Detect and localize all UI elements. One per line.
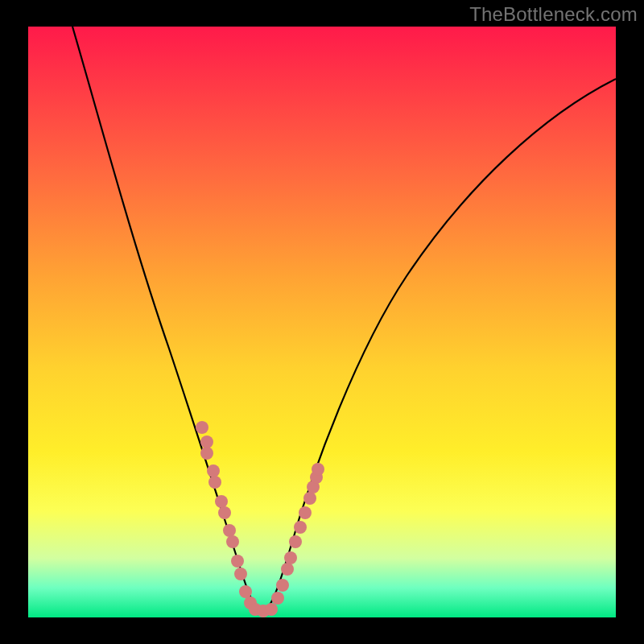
svg-point-21 bbox=[294, 521, 307, 534]
svg-point-26 bbox=[312, 463, 324, 476]
svg-point-7 bbox=[223, 524, 236, 537]
svg-point-15 bbox=[265, 603, 278, 616]
chart-plot-area bbox=[28, 27, 616, 617]
svg-point-9 bbox=[231, 555, 244, 568]
svg-point-5 bbox=[215, 495, 228, 508]
svg-point-1 bbox=[200, 436, 213, 448]
svg-point-3 bbox=[207, 464, 220, 477]
chart-frame: TheBottleneck.com bbox=[0, 0, 644, 644]
svg-point-0 bbox=[196, 421, 208, 434]
svg-point-17 bbox=[276, 579, 289, 592]
svg-point-20 bbox=[289, 535, 302, 548]
chart-svg bbox=[28, 27, 616, 617]
main-curve bbox=[72, 27, 616, 611]
dot-overlay-left bbox=[196, 421, 257, 609]
svg-point-16 bbox=[271, 592, 284, 605]
svg-point-23 bbox=[303, 492, 316, 505]
svg-point-4 bbox=[208, 476, 221, 489]
svg-point-2 bbox=[200, 447, 213, 460]
svg-point-8 bbox=[226, 535, 239, 548]
svg-point-19 bbox=[284, 551, 297, 564]
svg-point-10 bbox=[234, 568, 247, 580]
svg-point-11 bbox=[239, 585, 252, 598]
dot-overlay-bottom bbox=[249, 603, 278, 617]
svg-point-22 bbox=[299, 506, 312, 519]
svg-point-18 bbox=[281, 563, 294, 576]
dot-overlay-right bbox=[271, 463, 324, 605]
svg-point-6 bbox=[218, 506, 231, 519]
watermark-text: TheBottleneck.com bbox=[469, 3, 638, 26]
